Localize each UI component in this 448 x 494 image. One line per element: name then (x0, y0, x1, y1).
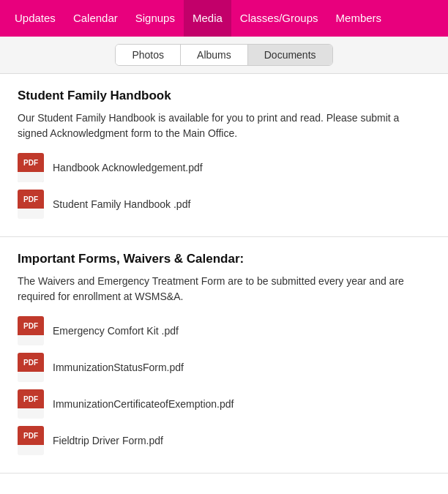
svg-rect-23 (18, 443, 44, 445)
pdf-icon: PDF (18, 153, 44, 182)
pdf-icon: PDF (18, 389, 44, 419)
file-name-immunization-cert: ImmunizationCertificateofExemption.pdf (53, 398, 234, 410)
svg-rect-7 (18, 206, 44, 209)
nav-item-classes-groups[interactable]: Classes/Groups (231, 0, 327, 37)
nav-item-signups[interactable]: Signups (127, 0, 184, 37)
section-handbook-title: Student Family Handbook (18, 89, 430, 103)
pdf-icon: PDF (18, 316, 44, 345)
tab-albums[interactable]: Albums (180, 45, 247, 65)
file-item-fieldtrip[interactable]: PDF Fieldtrip Driver Form.pdf (18, 426, 430, 455)
section-forms-title: Important Forms, Waivers & Calendar: (18, 252, 430, 266)
svg-text:PDF: PDF (23, 395, 38, 403)
file-item-emergency[interactable]: PDF Emergency Comfort Kit .pdf (18, 316, 430, 345)
sub-nav: Photos Albums Documents (0, 37, 448, 74)
file-item-handbook-ack[interactable]: PDF Handbook Acknowledgement.pdf (18, 153, 430, 182)
section-handbook-desc: Our Student Family Handbook is available… (18, 111, 430, 141)
nav-item-members[interactable]: Members (327, 0, 391, 37)
pdf-icon: PDF (18, 190, 44, 219)
svg-text:PDF: PDF (23, 322, 38, 330)
section-forms-desc: The Waivers and Emergency Treatment Form… (18, 274, 430, 304)
main-content: Student Family Handbook Our Student Fami… (0, 74, 448, 474)
file-name-handbook: Student Family Handbook .pdf (53, 198, 190, 210)
svg-text:PDF: PDF (23, 195, 38, 203)
nav-item-updates[interactable]: Updates (6, 0, 64, 37)
file-item-handbook[interactable]: PDF Student Family Handbook .pdf (18, 190, 430, 219)
tab-documents[interactable]: Documents (247, 45, 332, 65)
sub-nav-tabs: Photos Albums Documents (115, 44, 332, 66)
nav-item-calendar[interactable]: Calendar (64, 0, 127, 37)
file-name-handbook-ack: Handbook Acknowledgement.pdf (53, 162, 203, 173)
svg-text:PDF: PDF (23, 432, 38, 440)
pdf-icon: PDF (18, 353, 44, 382)
svg-rect-19 (18, 406, 44, 408)
svg-rect-15 (18, 370, 44, 372)
pdf-icon: PDF (18, 426, 44, 455)
section-handbook: Student Family Handbook Our Student Fami… (0, 74, 448, 237)
svg-text:PDF: PDF (23, 159, 38, 167)
svg-rect-11 (18, 333, 44, 335)
svg-rect-3 (18, 170, 44, 172)
tab-photos[interactable]: Photos (116, 45, 180, 65)
file-name-immunization-status: ImmunizationStatusForm.pdf (53, 362, 184, 373)
file-name-fieldtrip: Fieldtrip Driver Form.pdf (53, 435, 163, 446)
file-item-immunization-status[interactable]: PDF ImmunizationStatusForm.pdf (18, 353, 430, 382)
nav-item-media[interactable]: Media (184, 0, 231, 37)
file-item-immunization-cert[interactable]: PDF ImmunizationCertificateofExemption.p… (18, 389, 430, 419)
file-name-emergency: Emergency Comfort Kit .pdf (53, 325, 179, 337)
svg-text:PDF: PDF (23, 359, 38, 367)
top-nav: Updates Calendar Signups Media Classes/G… (0, 0, 448, 37)
section-forms: Important Forms, Waivers & Calendar: The… (0, 237, 448, 474)
